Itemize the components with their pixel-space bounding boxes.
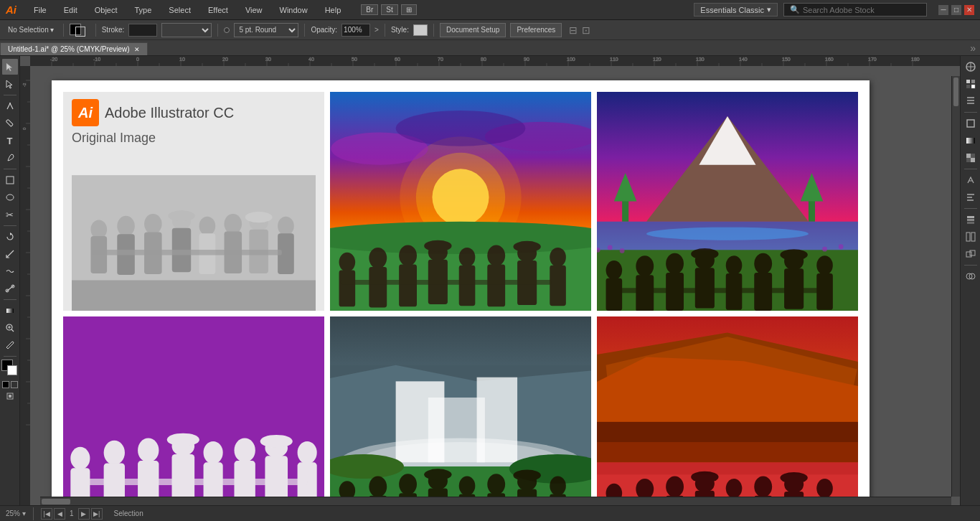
brush-tool[interactable]	[2, 150, 18, 166]
eyedropper-tool[interactable]	[2, 337, 18, 353]
menu-select[interactable]: Select	[166, 4, 194, 16]
svg-rect-271	[967, 219, 974, 221]
transform-panel-btn[interactable]	[963, 246, 979, 262]
text-tool[interactable]: T	[2, 133, 18, 149]
scale-tool[interactable]	[2, 246, 18, 262]
first-page-button[interactable]: |◀	[41, 508, 52, 520]
svg-text:90: 90	[524, 57, 529, 62]
original-people-area	[72, 150, 316, 311]
symbols-panel-btn[interactable]	[963, 172, 979, 188]
rp-sep-3	[964, 208, 977, 209]
align-panel-btn[interactable]	[963, 189, 979, 205]
svg-rect-264	[971, 158, 975, 162]
zoom-tool[interactable]	[2, 320, 18, 336]
color-panel-btn[interactable]	[963, 59, 979, 75]
svg-text:120: 120	[653, 57, 661, 62]
stock-btn[interactable]: St	[381, 4, 397, 15]
scissors-tool[interactable]: ✂	[2, 207, 18, 222]
svg-rect-136	[459, 266, 476, 306]
pencil-tool[interactable]	[2, 116, 18, 131]
normal-mode[interactable]	[2, 381, 9, 388]
opacity-input[interactable]	[341, 24, 370, 37]
layers-panel-btn[interactable]	[963, 212, 979, 227]
stroke-panel-btn[interactable]	[963, 116, 979, 131]
pathfinder-panel-btn[interactable]	[963, 268, 979, 284]
color-swatches[interactable]	[1, 360, 19, 377]
opacity-chevron[interactable]: >	[374, 26, 379, 34]
workspace-selector[interactable]: Essentials Classic ▾	[694, 3, 778, 17]
document-tab[interactable]: Untitled-1.ai* @ 25% (CMYK/Preview) ✕	[0, 42, 148, 55]
screen-mode-area	[6, 393, 14, 400]
tab-close-button[interactable]: ✕	[134, 46, 140, 53]
zoom-dropdown-icon[interactable]: ▾	[22, 510, 26, 517]
maximize-button[interactable]: □	[951, 5, 961, 15]
gradient-tool[interactable]	[2, 303, 18, 319]
swatches-panel-btn[interactable]	[963, 76, 979, 92]
artboard: Ai Adobe Illustrator CC Original Image	[52, 80, 870, 505]
arrange-icon[interactable]: ⊟	[569, 24, 578, 36]
svg-rect-257	[966, 80, 970, 83]
svg-point-167	[691, 248, 718, 260]
brushes-panel-btn[interactable]	[963, 93, 979, 109]
style-label: Style:	[391, 26, 409, 34]
menu-object[interactable]: Object	[92, 4, 121, 16]
background-color[interactable]	[7, 365, 17, 375]
stroke-input[interactable]	[128, 24, 157, 37]
style-preview[interactable]	[413, 24, 428, 36]
preferences-button[interactable]: Preferences	[510, 23, 562, 37]
scrollbar-thumb-v[interactable]	[953, 78, 958, 106]
ellipse-tool[interactable]	[2, 189, 18, 205]
brush-size-selector[interactable]: 5 pt. Round	[234, 23, 298, 37]
vertical-ruler: -2 0	[20, 66, 30, 505]
menu-type[interactable]: Type	[132, 4, 155, 16]
svg-point-133	[424, 240, 451, 252]
desert-scene	[597, 316, 858, 505]
selection-indicator[interactable]: No Selection ▾	[4, 24, 57, 35]
menu-help[interactable]: Help	[322, 4, 344, 16]
panel-toggle[interactable]: »	[966, 41, 980, 55]
last-page-button[interactable]: ▶|	[91, 508, 103, 520]
close-button[interactable]: ✕	[964, 5, 974, 15]
bridge-btn[interactable]: Br	[361, 4, 378, 15]
align-icon[interactable]: ⊡	[582, 24, 590, 36]
transparency-panel-btn[interactable]	[963, 150, 979, 166]
direct-selection-tool[interactable]	[2, 76, 18, 92]
rotate-tool[interactable]	[2, 229, 18, 245]
scrollbar-thumb-h[interactable]	[42, 499, 70, 504]
selection-tool[interactable]	[2, 59, 18, 75]
fill-stroke-area[interactable]	[70, 22, 90, 38]
stroke-dropdown[interactable]	[161, 23, 212, 37]
prev-page-button[interactable]: ◀	[54, 508, 65, 520]
menu-window[interactable]: Window	[277, 4, 311, 16]
svg-rect-274	[971, 233, 975, 241]
menu-file[interactable]: File	[31, 4, 50, 16]
next-page-button[interactable]: ▶	[78, 508, 90, 520]
svg-point-246	[726, 479, 743, 498]
menu-view[interactable]: View	[242, 4, 265, 16]
menu-effect[interactable]: Effect	[205, 4, 231, 16]
document-setup-button[interactable]: Document Setup	[440, 23, 507, 37]
svg-rect-259	[966, 85, 970, 88]
svg-rect-144	[341, 280, 552, 285]
menu-edit[interactable]: Edit	[61, 4, 80, 16]
pen-tool[interactable]	[2, 98, 18, 114]
artboards-panel-btn[interactable]	[963, 229, 979, 245]
horizontal-ruler: -20 -10 0 10 20 30 40 50	[30, 56, 960, 66]
layout-btn[interactable]: ⊞	[401, 4, 417, 15]
screen-mode-icon[interactable]	[6, 393, 14, 400]
shape-tool[interactable]	[2, 172, 18, 188]
stroke-swatch[interactable]	[75, 27, 85, 37]
blend-tool[interactable]	[2, 281, 18, 296]
svg-point-125	[330, 222, 591, 254]
color-mode-area	[2, 381, 18, 388]
search-input[interactable]	[803, 6, 918, 14]
vertical-scrollbar[interactable]	[951, 76, 960, 497]
minimize-button[interactable]: ─	[938, 5, 948, 15]
svg-point-212	[369, 477, 387, 497]
zoom-value: 25%	[6, 510, 20, 517]
none-mode[interactable]	[11, 381, 18, 388]
gradient-panel-btn[interactable]	[963, 133, 979, 149]
horizontal-scrollbar[interactable]	[40, 497, 951, 505]
svg-point-158	[822, 247, 827, 252]
warp-tool[interactable]	[2, 263, 18, 279]
